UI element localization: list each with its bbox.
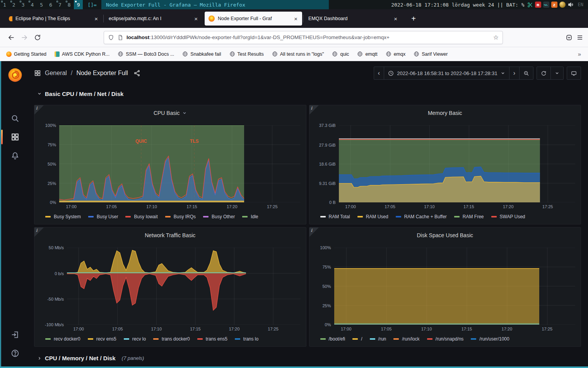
time-shift-back-button[interactable]: ‹ (374, 67, 384, 79)
panel-title[interactable]: Disk Space Used Basic (315, 229, 576, 241)
workspace-9[interactable]: 9 (74, 0, 83, 9)
bookmark-item[interactable]: Snabkafee fail (182, 51, 221, 57)
reload-button[interactable] (31, 31, 44, 44)
scissors-icon[interactable] (527, 2, 533, 8)
kiosk-mode-button[interactable] (567, 67, 581, 79)
sidebar-item-search[interactable] (1, 109, 29, 128)
panel-info-icon[interactable]: i (34, 105, 44, 115)
panel-title[interactable]: Memory Basic (315, 107, 576, 119)
legend-item[interactable]: /boot/efi (320, 336, 345, 342)
new-tab-button[interactable]: + (408, 13, 419, 24)
panel-info-icon[interactable]: i (309, 228, 319, 237)
row-cpu-memory-net-disk[interactable]: CPU / Memory / Net / Disk (7 panels) (34, 350, 581, 366)
legend-item[interactable]: RAM Cache + Buffer (396, 214, 447, 219)
refresh-button[interactable] (537, 67, 550, 79)
legend-item[interactable]: Idle (242, 214, 258, 219)
workspace-7[interactable]: 7 (55, 0, 65, 9)
legend-item[interactable]: /run/user/1000 (471, 336, 509, 342)
tab-close-icon[interactable]: × (94, 15, 99, 22)
sidebar-item-apps[interactable] (1, 128, 29, 146)
legend-item[interactable]: recv lo (124, 336, 146, 342)
zoom-out-button[interactable] (519, 67, 533, 79)
workspace-8[interactable]: 8 (65, 0, 74, 9)
legend-item[interactable]: /run/snapd/ns (427, 336, 464, 342)
breadcrumb-folder[interactable]: General (45, 70, 67, 77)
bookmark-item[interactable]: emqx (386, 51, 406, 57)
time-shift-forward-button[interactable]: › (509, 67, 519, 79)
legend-item[interactable]: Busy Other (203, 214, 235, 219)
legend-item[interactable]: trans ens5 (197, 336, 227, 342)
tab-close-icon[interactable]: × (393, 15, 398, 22)
panel-title[interactable]: Network Traffic Basic (40, 229, 301, 241)
refresh-interval-dropdown[interactable] (550, 67, 563, 79)
workspace-4[interactable]: 4 (27, 0, 37, 9)
legend-item[interactable]: /run/lock (393, 336, 419, 342)
keyring-icon[interactable] (559, 2, 566, 8)
language-indicator[interactable]: EN (576, 2, 586, 7)
share-icon[interactable] (133, 70, 140, 77)
panel-info-icon[interactable]: i (34, 228, 44, 237)
bookmark-star-icon[interactable]: ☆ (493, 34, 499, 41)
workspace-6[interactable]: 6 (46, 0, 55, 9)
bookmarks-overflow-chevron[interactable]: » (578, 51, 582, 57)
legend-item[interactable]: SWAP Used (491, 214, 525, 219)
grafana-logo[interactable] (7, 67, 24, 84)
legend-item[interactable]: / (352, 336, 362, 342)
back-button[interactable] (5, 31, 18, 44)
workspace-3[interactable]: 3 (19, 0, 28, 9)
wm-layout-indicator[interactable]: []= (83, 0, 101, 9)
panel-info-icon[interactable]: i (309, 105, 319, 115)
browser-tab[interactable]: eclipse/paho.mqtt.c: An I× (105, 12, 202, 26)
shield-icon[interactable] (108, 34, 114, 41)
url-bar[interactable]: localhost:13000/d/rYdddlPWk/node-exporte… (104, 31, 503, 44)
bookmark-item[interactable]: Getting Started (6, 51, 46, 57)
sidebar-item-sign-in[interactable] (1, 325, 29, 344)
sidebar-item-help[interactable] (1, 344, 29, 363)
legend-item[interactable]: trans docker0 (153, 336, 190, 342)
legend-item[interactable]: RAM Free (454, 214, 484, 219)
bookmark-item[interactable]: emqtt (357, 51, 377, 57)
legend-item[interactable]: Busy IRQs (165, 214, 196, 219)
matrix-icon[interactable]: m (535, 2, 541, 8)
legend-item[interactable]: Busy System (45, 214, 81, 219)
pocket-save-icon[interactable] (566, 34, 573, 41)
bookmark-item[interactable]: All test runs in "logs" (272, 51, 324, 57)
browser-tab[interactable]: Node Exporter Full - Graf× (205, 12, 302, 26)
page-info-icon[interactable] (117, 34, 123, 41)
row-basic-cpu-mem-net-disk[interactable]: Basic CPU / Mem / Net / Disk (34, 86, 581, 102)
chart-plot[interactable] (339, 125, 576, 202)
panel-title[interactable]: CPU Basic (40, 107, 301, 119)
bookmark-item[interactable]: quic (332, 51, 349, 57)
chart-plot[interactable] (67, 248, 301, 325)
workspace-5[interactable]: 5 (37, 0, 46, 9)
legend-item[interactable]: Busy User (88, 214, 118, 219)
bookmark-item[interactable]: Sarif Viewer (414, 51, 448, 57)
workspace-2[interactable]: 2 (9, 0, 19, 9)
menu-icon[interactable] (576, 34, 583, 41)
browser-tab[interactable]: Eclipse Paho | The Eclips× (5, 12, 103, 26)
legend-item[interactable]: recv ens5 (88, 336, 116, 342)
legend-item[interactable]: RAM Used (357, 214, 388, 219)
bookmark-item[interactable]: Test Results (229, 51, 264, 57)
tab-close-icon[interactable]: × (193, 15, 198, 22)
legend-item[interactable]: trans lo (235, 336, 258, 342)
chart-plot[interactable]: QUICTLS (59, 125, 301, 202)
bookmark-item[interactable]: AWS CDK Python R... (55, 51, 109, 57)
time-range-picker[interactable]: 2022-06-18 16:58:31 to 2022-06-18 17:28:… (384, 67, 509, 79)
zotero-icon[interactable]: z (551, 2, 557, 8)
legend-item[interactable]: /run (370, 336, 386, 342)
browser-tab[interactable]: EMQX Dashboard× (304, 12, 402, 26)
dashboards-grid-icon[interactable] (34, 70, 41, 77)
audio-wave-icon[interactable] (543, 2, 549, 8)
legend-item[interactable]: Busy Iowait (125, 214, 157, 219)
sidebar-item-bell[interactable] (1, 146, 29, 165)
volume-icon[interactable] (567, 2, 574, 8)
legend-item[interactable]: recv docker0 (45, 336, 80, 342)
chart-plot[interactable] (334, 248, 576, 325)
workspace-1[interactable]: 1 (0, 0, 9, 9)
url-text[interactable]: localhost:13000/d/rYdddlPWk/node-exporte… (126, 34, 490, 40)
forward-button[interactable] (18, 31, 31, 44)
legend-item[interactable]: RAM Total (320, 214, 350, 219)
tab-close-icon[interactable]: × (293, 15, 298, 22)
bookmark-item[interactable]: SSM — Boto3 Docs ... (118, 51, 174, 57)
